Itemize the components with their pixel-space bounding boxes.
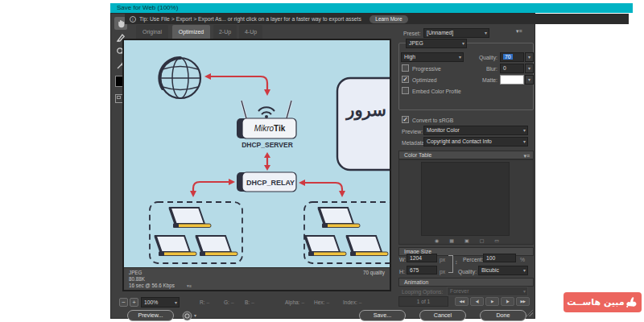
optimized-checkbox[interactable]: ✓ [402,76,409,83]
tip-banner: i Tip: Use File > Export > Export As... … [125,14,629,24]
width-label: W: [399,256,406,263]
quality-input[interactable]: 70 [500,52,524,62]
lock-color-icon[interactable]: ▣ [464,237,469,243]
embed-color-profile-label: Embed Color Profile [412,88,461,95]
percent-unit: % [520,256,525,263]
server-card-label: سرور [345,101,386,121]
color-table-well[interactable] [421,162,510,236]
zoom-level-select[interactable]: 100% ▾ [141,297,180,308]
cancel-button[interactable]: Cancel [419,310,466,321]
web-shift-icon[interactable]: ◉ [435,237,439,243]
convert-srgb-label: Convert to sRGB [412,117,453,124]
dialog-title: Save for Web (100%) [117,4,178,11]
tab-4up[interactable]: 4-Up [239,25,262,39]
laptop-icon [196,236,237,256]
blur-label: Blur: [465,65,497,72]
arrow-globe-router [204,73,270,96]
browser-select-chevron[interactable]: ▾ [194,312,196,318]
preview-frame: MikroTik DHCP_SERVER DHCP_RELAY [122,39,391,291]
chevron-down-icon: ▾ [459,54,461,61]
quality-slider-chevron[interactable]: ▾ [525,52,534,62]
channel-b: B:– [245,298,254,307]
tip-text: Tip: Use File > Export > Export As... or… [139,16,361,22]
color-table-menu-icon[interactable]: ▾≡ [523,152,530,159]
progressive-checkbox[interactable] [402,64,409,72]
dialog-title-bar: Save for Web (100%) [110,3,633,13]
dhcp-server-label: DHCP_SERVER [242,141,293,149]
metadata-label: Metadata: [402,139,426,147]
embed-color-profile-checkbox[interactable] [402,87,409,94]
optimized-label: Optimized [412,76,437,84]
resample-quality-select[interactable]: Bicubic ▾ [478,266,528,275]
height-input[interactable]: 675 [407,266,437,275]
channel-alpha: Alpha:– [285,298,304,307]
animation-header: Animation [398,278,534,287]
preset-label: Preset: [403,30,421,37]
laptop-icon [305,236,346,256]
browser-preview-button[interactable]: ▾ [182,310,201,321]
percent-label: Percent: [463,256,483,263]
play-button[interactable]: ▶ [485,297,499,306]
next-frame-button[interactable]: |▶ [501,297,514,306]
chevron-down-icon: ▾ [462,40,464,47]
new-color-icon[interactable]: ▢ [480,237,485,243]
channel-hex: Hex:– [314,298,329,307]
chevron-down-icon: ▾ [523,267,526,275]
tab-optimized[interactable]: Optimized [172,25,210,39]
chevron-down-icon: ▾ [523,288,526,295]
link-dimensions-icon[interactable]: ↕ [455,259,458,265]
matte-label: Matte: [465,76,497,84]
laptop-icon [319,208,360,228]
format-select[interactable]: JPEG ▾ [406,39,467,48]
height-label: H: [399,268,405,275]
compression-select[interactable]: High ▾ [401,52,464,62]
link-dimensions-bracket [448,255,453,273]
width-input[interactable]: 1204 [407,254,437,262]
last-frame-button[interactable]: ▶▶ [516,297,530,306]
tab-2up[interactable]: 2-Up [213,25,237,39]
previous-frame-button[interactable]: ◀| [470,297,484,306]
preset-select[interactable]: [Unnamed] ▾ [423,28,489,38]
blur-slider-chevron[interactable]: ▾ [525,64,534,73]
done-button[interactable]: Done [480,310,526,321]
first-frame-button[interactable]: ◀◀ [455,297,469,306]
tab-original[interactable]: Original [136,25,168,39]
panel-menu-icon[interactable]: ▾≡ [516,28,522,35]
status-menu-icon[interactable]: ▾≡ [187,283,192,289]
convert-srgb-checkbox[interactable]: ✓ [402,116,409,123]
status-download-time: 16 sec @ 56.6 Kbps [129,283,175,289]
arrow-relay-left-group [190,179,235,197]
color-table-actions: ◉ ▦ ▣ ▢ ▭ [435,237,499,243]
chevron-down-icon: ▾ [175,299,177,308]
preview-status-bar: JPEG 80.88K 16 sec @ 56.6 Kbps ▾≡ 70 qua… [124,267,390,290]
looping-options-select: Forever ▾ [447,287,528,296]
zoom-in-button[interactable]: + [130,298,138,307]
mikrotik-router: MikroTik DHCP_SERVER [237,101,296,149]
browser-icon [182,311,192,321]
quality-value-selected: 70 [503,54,513,60]
metadata-select[interactable]: Copyright and Contact Info ▾ [423,137,528,147]
percent-input[interactable]: 100 [483,254,516,262]
blur-input[interactable]: 0 [500,64,524,73]
arrow-server-relay [264,152,270,171]
save-button[interactable]: Save... [359,310,406,321]
status-quality-note: 70 quality [363,270,385,276]
status-format: JPEG [129,270,142,276]
preview-mode-select[interactable]: Monitor Color ▾ [423,126,528,135]
matte-chevron[interactable]: ▾ [525,75,534,85]
preview-button[interactable]: Preview... [127,310,174,321]
page: Save for Web (100%) i Tip: Use File > Ex… [0,0,644,322]
chevron-down-icon: ▾ [523,138,526,146]
width-unit: px [440,256,445,263]
matte-swatch[interactable] [500,75,524,85]
transparency-icon[interactable]: ▦ [449,237,454,243]
preview-canvas[interactable]: MikroTik DHCP_SERVER DHCP_RELAY [124,40,390,267]
zoom-out-button[interactable]: − [119,298,128,307]
progressive-label: Progressive [412,65,441,72]
laptop-icon [170,208,211,228]
delete-color-icon[interactable]: ▭ [494,237,499,243]
learn-more-button[interactable]: Learn More [369,15,408,23]
dhcp-relay-label: DHCP_RELAY [246,179,295,187]
looping-options-label: Looping Options: [402,288,443,295]
network-diagram: MikroTik DHCP_SERVER DHCP_RELAY [124,40,390,267]
